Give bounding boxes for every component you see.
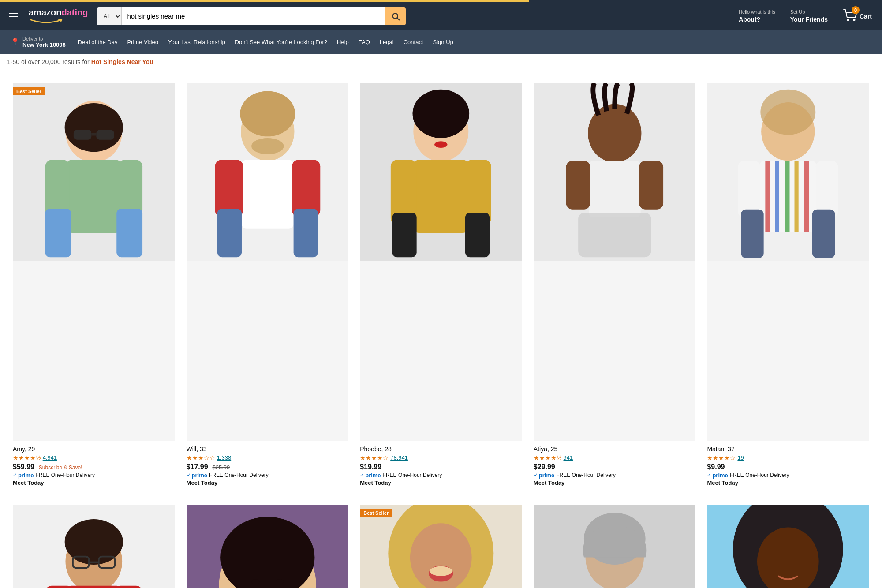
product-image-person8	[360, 505, 522, 588]
product-card-atiya[interactable]: Atiya, 25 ★★★★½ 941 $29.99 ✓ prime FREE …	[528, 77, 702, 492]
product-card-person10[interactable]	[701, 499, 875, 588]
prime-row-matan: ✓ prime FREE One-Hour Delivery	[707, 472, 869, 479]
contact-link[interactable]: Contact	[400, 37, 427, 48]
cart-count: 0	[852, 6, 860, 14]
svg-point-59	[276, 579, 284, 584]
price-amy: $59.99	[13, 463, 34, 471]
search-button[interactable]	[385, 7, 406, 25]
svg-rect-31	[589, 161, 641, 217]
product-card-will[interactable]: Will, 33 ★★★☆☆ 1,338 $17.99 $25.99 ✓ pri…	[181, 77, 355, 492]
prime-check-icon-phoebe: ✓	[360, 472, 364, 478]
friends-text: Your Friends	[790, 15, 828, 23]
secondary-nav-links: Deal of the Day Prime Video Your Last Re…	[74, 37, 457, 48]
review-count-matan[interactable]: 19	[737, 454, 744, 461]
prime-delivery-amy: FREE One-Hour Delivery	[35, 472, 95, 478]
price-row-matan: $9.99	[707, 463, 869, 471]
product-image-atiya	[534, 83, 696, 261]
best-seller-badge-person8: Best Seller	[360, 509, 392, 517]
logo-dating-text: dating	[61, 7, 88, 18]
review-count-will[interactable]: 1,338	[217, 454, 232, 461]
search-input[interactable]	[122, 7, 385, 25]
prime-row-amy: ✓ prime FREE One-Hour Delivery	[13, 472, 175, 479]
prime-delivery-phoebe: FREE One-Hour Delivery	[383, 472, 442, 478]
product-card-phoebe[interactable]: Phoebe, 28 ★★★★☆ 78,941 $19.99 ✓ prime F…	[354, 77, 528, 492]
search-bar: All	[97, 7, 406, 25]
svg-rect-11	[91, 133, 96, 136]
svg-point-36	[761, 90, 816, 135]
review-count-atiya[interactable]: 941	[563, 454, 573, 461]
svg-rect-29	[465, 213, 490, 257]
prime-check-icon-will: ✓	[187, 472, 191, 478]
deliver-to-text: Deliver to	[22, 36, 66, 41]
prime-row-phoebe: ✓ prime FREE One-Hour Delivery	[360, 472, 522, 479]
svg-point-3	[853, 19, 855, 21]
svg-point-15	[240, 91, 295, 136]
svg-rect-55	[68, 586, 120, 588]
results-query-text: Hot Singles Near You	[91, 58, 153, 65]
stars-row-phoebe: ★★★★☆ 78,941	[360, 454, 522, 461]
product-image-wrap-person10	[707, 505, 869, 588]
legal-link[interactable]: Legal	[376, 37, 398, 48]
product-card-matan[interactable]: Matan, 37 ★★★★☆ 19 $9.99 ✓ prime FREE On…	[701, 77, 875, 492]
signup-link[interactable]: Sign Up	[429, 37, 457, 48]
prime-delivery-will: FREE One-Hour Delivery	[209, 472, 269, 478]
svg-rect-5	[65, 160, 122, 233]
product-card-person9[interactable]	[528, 499, 702, 588]
friends-link[interactable]: Set Up Your Friends	[787, 7, 831, 25]
cart-label: Cart	[860, 13, 872, 20]
prime-video-link[interactable]: Prime Video	[123, 37, 162, 48]
review-count-phoebe[interactable]: 78,941	[390, 454, 408, 461]
svg-point-57	[220, 517, 314, 588]
faq-link[interactable]: FAQ	[355, 37, 374, 48]
help-link[interactable]: Help	[333, 37, 353, 48]
search-icon	[391, 12, 400, 21]
product-card-person8[interactable]: Best Seller	[354, 499, 528, 588]
svg-rect-6	[45, 160, 70, 217]
search-category-select[interactable]: All	[97, 7, 122, 25]
svg-rect-28	[392, 213, 417, 257]
svg-rect-43	[738, 161, 760, 217]
prime-check-icon-matan: ✓	[707, 472, 711, 478]
product-card-person6[interactable]	[7, 499, 181, 588]
stars-will: ★★★☆☆	[187, 454, 215, 461]
svg-rect-13	[116, 209, 142, 257]
review-count-amy[interactable]: 4,941	[43, 454, 57, 461]
logo-link[interactable]: amazon dating	[25, 5, 92, 27]
svg-rect-39	[775, 161, 779, 232]
results-bar: 1-50 of over 20,000 results for Hot Sing…	[0, 54, 882, 70]
deal-of-day-link[interactable]: Deal of the Day	[74, 37, 122, 48]
product-card-person7[interactable]	[181, 499, 355, 588]
svg-rect-19	[292, 160, 320, 217]
product-image-person6	[13, 505, 175, 588]
location-button[interactable]: 📍 Deliver to New York 10008	[7, 34, 69, 50]
svg-rect-46	[812, 210, 835, 258]
prime-badge-phoebe: ✓ prime	[360, 472, 381, 479]
prime-badge-matan: ✓ prime	[707, 472, 728, 479]
svg-rect-9	[74, 130, 91, 140]
product-image-amy	[13, 83, 175, 261]
meet-today-matan: Meet Today	[707, 479, 869, 486]
svg-rect-10	[96, 130, 114, 140]
prime-text-phoebe: prime	[365, 472, 381, 479]
prime-delivery-matan: FREE One-Hour Delivery	[730, 472, 789, 478]
product-grid-row1: Best Seller Amy, 29 ★★★★½ 4,941 $59.99	[0, 70, 882, 499]
original-price-will: $25.99	[212, 464, 230, 471]
prime-text-will: prime	[192, 472, 207, 479]
last-relationship-link[interactable]: Your Last Relationship	[164, 37, 229, 48]
setup-text: Set Up	[790, 9, 828, 15]
product-card-amy[interactable]: Best Seller Amy, 29 ★★★★½ 4,941 $59.99	[7, 77, 181, 492]
svg-rect-44	[816, 161, 838, 217]
product-image-person7	[187, 505, 349, 588]
svg-point-23	[413, 90, 470, 138]
dont-see-link[interactable]: Don't See What You're Looking For?	[231, 37, 332, 48]
hello-text: Hello what is this	[739, 9, 775, 15]
price-row-amy: $59.99 Subscribe & Save!	[13, 463, 175, 471]
about-link[interactable]: Hello what is this About?	[736, 7, 778, 25]
logo-smile-icon	[29, 19, 64, 23]
stars-phoebe: ★★★★☆	[360, 454, 389, 461]
product-image-wrap-matan	[707, 83, 869, 441]
hamburger-button[interactable]	[7, 11, 19, 21]
svg-rect-38	[766, 161, 770, 232]
cart-button[interactable]: 0 Cart	[840, 7, 875, 26]
best-seller-badge-amy: Best Seller	[13, 87, 45, 95]
